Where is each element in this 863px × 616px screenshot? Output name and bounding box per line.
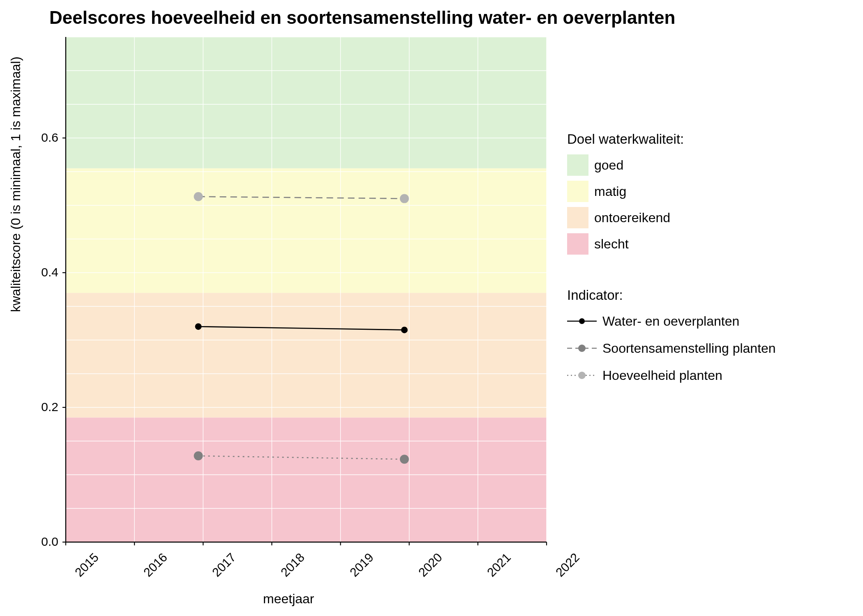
legend-quality-item-slecht: slecht — [567, 233, 684, 255]
series-point — [194, 192, 203, 201]
legend-indicator-label: Hoeveelheid planten — [602, 368, 722, 383]
x-tick-label: 2020 — [415, 550, 445, 579]
legend-line-solid-icon — [567, 310, 597, 332]
legend-line-dashed-icon — [567, 338, 597, 359]
legend-quality-item-goed: goed — [567, 154, 684, 176]
x-tick-label: 2017 — [210, 550, 239, 579]
legend-indicator-item-3: Hoeveelheid planten — [567, 365, 776, 386]
legend-indicator-label: Water- en oeverplanten — [602, 314, 739, 329]
plot-area — [66, 37, 547, 542]
chart-title: Deelscores hoeveelheid en soortensamenst… — [49, 7, 675, 28]
x-tick-label: 2021 — [484, 550, 513, 579]
swatch-goed-icon — [567, 154, 588, 176]
legend-line-dotted-icon — [567, 365, 597, 386]
y-tick-label: 0.2 — [34, 400, 58, 414]
x-tick-label: 2019 — [347, 550, 376, 579]
legend-indicator-item-1: Water- en oeverplanten — [567, 310, 776, 332]
legend-indicator-label: Soortensamenstelling planten — [602, 341, 776, 356]
legend-quality-title: Doel waterkwaliteit: — [567, 131, 684, 147]
plot-svg — [66, 37, 547, 542]
quality-band — [66, 418, 547, 542]
x-tick-label: 2015 — [72, 550, 102, 579]
swatch-ontoereikend-icon — [567, 207, 588, 228]
legend-indicator-title: Indicator: — [567, 287, 776, 303]
quality-band — [66, 168, 547, 293]
swatch-matig-icon — [567, 181, 588, 202]
x-tick-label: 2016 — [141, 550, 170, 579]
legend-quality-label: matig — [594, 184, 626, 199]
y-tick-label: 0.4 — [34, 265, 58, 279]
x-tick-label: 2018 — [278, 550, 307, 579]
svg-point-1 — [579, 318, 585, 324]
quality-band — [66, 37, 547, 168]
series-point — [401, 326, 408, 333]
series-point — [195, 323, 202, 330]
legend-quality-label: slecht — [594, 237, 629, 252]
legend-indicator: Indicator: Water- en oeverplanten Soorte… — [567, 287, 776, 392]
y-axis-label: kwaliteitscore (0 is minimaal, 1 is maxi… — [8, 57, 23, 312]
svg-point-3 — [578, 345, 586, 352]
legend-quality-label: ontoereikend — [594, 210, 670, 225]
svg-point-5 — [578, 372, 586, 379]
swatch-slecht-icon — [567, 233, 588, 255]
series-point — [194, 451, 203, 460]
figure: Deelscores hoeveelheid en soortensamenst… — [0, 0, 863, 616]
legend-quality-item-matig: matig — [567, 181, 684, 202]
series-point — [400, 455, 409, 464]
legend-indicator-item-2: Soortensamenstelling planten — [567, 338, 776, 359]
series-point — [400, 194, 409, 203]
legend-quality: Doel waterkwaliteit: goed matig ontoerei… — [567, 131, 684, 260]
y-tick-label: 0.0 — [34, 535, 58, 549]
y-tick-label: 0.6 — [34, 131, 58, 145]
legend-quality-label: goed — [594, 158, 623, 173]
x-axis-label: meetjaar — [263, 591, 314, 607]
quality-band — [66, 293, 547, 417]
legend-quality-item-ontoereikend: ontoereikend — [567, 207, 684, 228]
x-tick-label: 2022 — [553, 550, 582, 579]
